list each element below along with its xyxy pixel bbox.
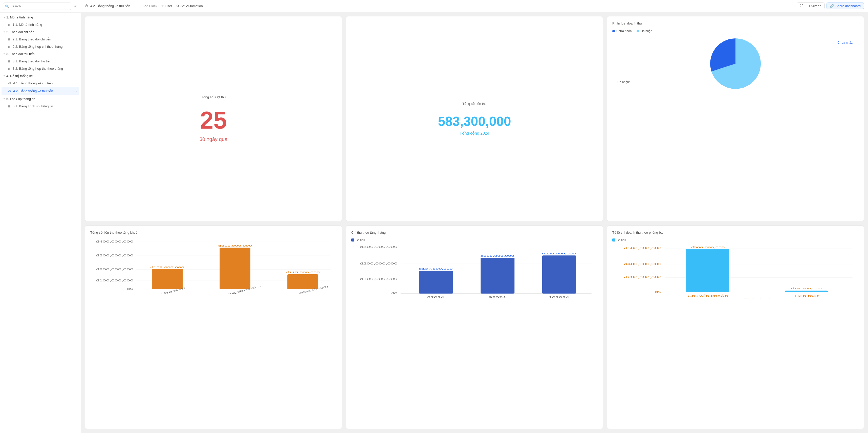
share-label: Share dashboard	[835, 4, 861, 8]
svg-text:đ200,000,000: đ200,000,000	[624, 276, 662, 279]
set-automation-button[interactable]: ⚙ Set Automation	[176, 4, 203, 8]
bar-chart-khoan-svg: đ400,000,000 đ300,000,000 đ200,000,000 đ…	[90, 238, 337, 294]
svg-text:đ216,800,000: đ216,800,000	[480, 254, 514, 257]
card-6-legend-label: Số tiền	[617, 238, 626, 242]
pie-label-da: Đã nhận: ...	[617, 80, 633, 84]
sidebar-section-1[interactable]: ▾ 1. Mô tả tính năng	[0, 14, 81, 21]
table-icon: ⊞	[8, 105, 11, 108]
sidebar-section-2-label: 2. Theo dõi chi tiền	[6, 30, 34, 34]
sidebar-item-4-2[interactable]: ⏱ 4.2. Bảng thống kê thu tiền ⋯	[2, 87, 79, 95]
add-icon: ＋	[135, 4, 138, 8]
search-wrap: 🔍	[3, 3, 71, 10]
add-block-button[interactable]: ＋ + Add Block	[135, 4, 157, 8]
sidebar-section-2[interactable]: ▾ 2. Theo dõi chi tiền	[0, 28, 81, 36]
svg-text:đ568,000,000: đ568,000,000	[624, 246, 662, 249]
card-pie-chart: Phân loại doanh thu Chưa nhận Đã nhận	[607, 16, 864, 221]
svg-text:92024: 92024	[489, 296, 506, 299]
card-6-title: Tỷ lệ chi doanh thu theo phòng ban	[612, 231, 859, 234]
svg-text:đ200,000,000: đ200,000,000	[96, 268, 133, 271]
clock-icon: ⏱	[8, 81, 11, 85]
pie-container: Chưa nhậ... Đã nhận: ...	[612, 36, 859, 92]
sidebar-item-3-1[interactable]: ⊞ 3.1. Bảng theo dõi thu tiền	[0, 58, 81, 65]
arrow-icon: ▾	[4, 98, 5, 100]
svg-text:đ400,000,000: đ400,000,000	[624, 263, 662, 266]
card-2-subtitle: Tổng cộng 2024	[460, 131, 489, 136]
arrow-icon: ▾	[4, 53, 5, 55]
sidebar-item-2-2[interactable]: ⊞ 2.2. Bảng tổng hợp chi theo tháng	[0, 43, 81, 50]
bar-ban-tai-san	[287, 274, 318, 289]
share-icon: 🔗	[830, 4, 834, 8]
sidebar-item-5-1[interactable]: ⊞ 5.1. Bảng Look up thông tin	[0, 103, 81, 110]
sidebar-section-3-label: 3. Theo dõi thu tiền	[6, 52, 35, 56]
legend-so-tien-sq-2	[612, 238, 615, 241]
search-icon: 🔍	[5, 4, 9, 8]
svg-text:82024: 82024	[427, 296, 444, 299]
search-input[interactable]	[3, 3, 71, 10]
page-title: 4.2. Bảng thống kê thu tiền	[90, 4, 130, 8]
topbar-right: ⛶ Full Screen 🔗 Share dashboard	[797, 3, 864, 9]
main-content: ⏱ 4.2. Bảng thống kê thu tiền ＋ + Add Bl…	[81, 0, 868, 433]
sidebar-section-4-label: 4. Đồ thị thống kê	[6, 74, 33, 78]
sidebar-item-3-2[interactable]: ⊞ 3.2. Bảng tổng hợp thu theo tháng	[0, 65, 81, 72]
svg-text:đ15,300,000: đ15,300,000	[791, 287, 822, 290]
legend-chua-nhan: Chưa nhận	[612, 29, 631, 33]
sidebar-section-3[interactable]: ▾ 3. Theo dõi thu tiền	[0, 50, 81, 58]
topbar: ⏱ 4.2. Bảng thống kê thu tiền ＋ + Add Bl…	[81, 0, 868, 12]
table-icon: ⊞	[8, 23, 11, 27]
filter-button[interactable]: ⧖ Filter	[161, 4, 172, 8]
clock-icon: ⏱	[8, 90, 11, 93]
nav-section: ▾ 1. Mô tả tính năng ⊞ 1.1. Mô tả tính n…	[0, 13, 81, 111]
card-3-title: Phân loại doanh thu	[612, 22, 859, 25]
card-1-subtitle: 30 ngày qua	[199, 136, 227, 142]
sidebar-search-bar: 🔍 «	[0, 0, 81, 13]
svg-text:Tiền mặt: Tiền mặt	[794, 294, 819, 297]
bar-chart-thang-svg: đ300,000,000 đ200,000,000 đ100,000,000 đ…	[351, 244, 598, 299]
svg-text:đ100,000,000: đ100,000,000	[96, 279, 133, 282]
topbar-title: ⏱ 4.2. Bảng thống kê thu tiền	[85, 4, 130, 8]
svg-text:đ200,000,000: đ200,000,000	[360, 262, 398, 265]
card-total-money: Tổng số tiền thu 583,300,000 Tổng cộng 2…	[346, 16, 603, 221]
table-icon: ⊞	[8, 45, 11, 48]
arrow-icon: ▾	[4, 16, 5, 19]
automation-icon: ⚙	[176, 4, 179, 8]
bar-lai-ngan-hang	[220, 247, 250, 289]
more-options-icon[interactable]: ⋯	[73, 89, 77, 94]
share-dashboard-button[interactable]: 🔗 Share dashboard	[827, 3, 864, 9]
card-5-title: Chi thu theo từng tháng	[351, 231, 598, 234]
filter-icon: ⧖	[161, 4, 164, 8]
sidebar-section-5[interactable]: ▾ 5. Look up thông tin	[0, 95, 81, 103]
legend-da-label: Đã nhận	[641, 29, 652, 33]
sidebar-section-4[interactable]: ▾ 4. Đồ thị thống kê	[0, 72, 81, 79]
collapse-sidebar-button[interactable]: «	[73, 4, 78, 9]
table-icon: ⊞	[8, 67, 11, 70]
card-5-legend-label: Số tiền	[356, 238, 365, 242]
sidebar: 🔍 « ▾ 1. Mô tả tính năng ⊞ 1.1. Mô tả tí…	[0, 0, 81, 433]
pie-da-text: Đã nhận: ...	[617, 80, 633, 84]
sidebar-item-4-1[interactable]: ⏱ 4.1. Bảng thống kê chi tiền	[0, 79, 81, 87]
svg-text:đ0: đ0	[391, 292, 398, 295]
dashboard-grid: Tổng số lượt thu 25 30 ngày qua Tổng số …	[81, 12, 868, 433]
pie-legend: Chưa nhận Đã nhận	[612, 29, 859, 33]
card-1-title: Tổng số lượt thu	[201, 95, 226, 99]
sidebar-item-1-1-label: 1.1. Mô tả tính năng	[13, 23, 42, 27]
card-4-title: Tổng số tiền thu theo từng khoản	[90, 231, 337, 234]
card-2-title: Tổng số tiền thu	[462, 102, 487, 106]
bar-thu-cho-thue	[152, 269, 183, 289]
fullscreen-button[interactable]: ⛶ Full Screen	[797, 3, 825, 9]
svg-text:đ300,000,000: đ300,000,000	[96, 254, 133, 257]
svg-text:đ568,000,000: đ568,000,000	[691, 246, 724, 248]
sidebar-item-2-1[interactable]: ⊞ 2.1. Bảng theo dõi chi tiền	[0, 36, 81, 43]
svg-text:Chuyển khoản: Chuyển khoản	[687, 294, 728, 297]
fullscreen-icon: ⛶	[800, 4, 803, 8]
arrow-icon: ▾	[4, 74, 5, 77]
sidebar-item-1-1[interactable]: ⊞ 1.1. Mô tả tính năng	[0, 21, 81, 28]
arrow-icon: ▾	[4, 31, 5, 33]
svg-text:đ400,000,000: đ400,000,000	[96, 240, 133, 243]
legend-dot-chua	[612, 30, 615, 32]
card-2-number: 583,300,000	[438, 115, 511, 128]
sidebar-item-4-1-label: 4.1. Bảng thống kê chi tiền	[13, 81, 53, 85]
card-total-count: Tổng số lượt thu 25 30 ngày qua	[85, 16, 342, 221]
svg-text:đ100,000,000: đ100,000,000	[360, 277, 398, 280]
sidebar-section-1-label: 1. Mô tả tính năng	[6, 15, 33, 19]
bar-102024	[542, 256, 576, 294]
